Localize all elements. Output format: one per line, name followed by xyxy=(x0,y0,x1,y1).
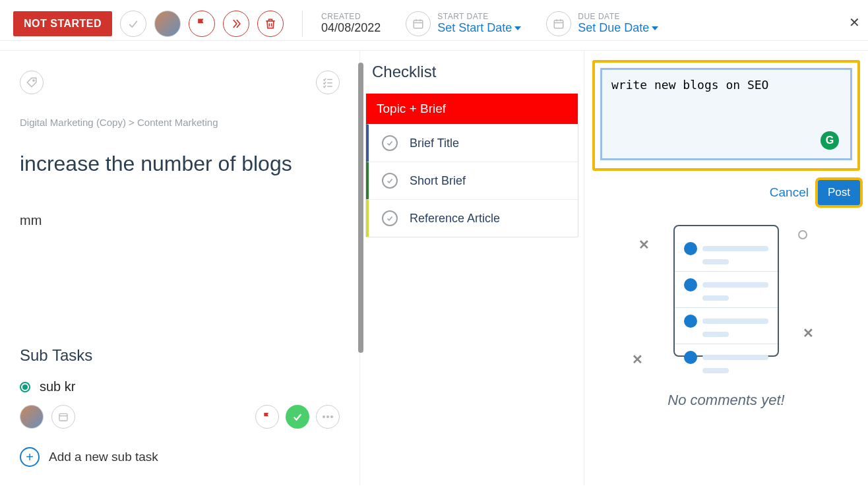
due-date-label: DUE DATE xyxy=(578,12,658,21)
set-due-date-link[interactable]: Set Due Date xyxy=(578,21,658,35)
comment-input[interactable]: write new blogs on SEO xyxy=(600,68,852,160)
status-badge[interactable]: NOT STARTED xyxy=(13,11,112,36)
forward-icon[interactable] xyxy=(223,11,249,37)
add-subtask-button[interactable]: + Add a new sub task xyxy=(20,447,340,467)
checklist-section-header[interactable]: Topic + Brief xyxy=(366,94,578,124)
checklist-toggle-icon[interactable] xyxy=(316,71,340,94)
checklist-pane: Checklist Topic + Brief Brief Title Shor… xyxy=(359,51,584,485)
grammarly-icon: G xyxy=(821,131,839,150)
decorative-circle-icon xyxy=(798,230,807,239)
calendar-icon xyxy=(406,11,431,36)
comments-pane: write new blogs on SEO G Cancel Post ✕ ✕… xyxy=(584,51,868,485)
cancel-button[interactable]: Cancel xyxy=(770,185,809,200)
top-toolbar: NOT STARTED CREATED 04/08/2022 START DAT… xyxy=(0,7,868,41)
start-date-label: START DATE xyxy=(437,12,521,21)
check-icon[interactable] xyxy=(382,135,398,151)
trash-icon[interactable] xyxy=(257,11,284,37)
task-title[interactable]: increase the number of blogs xyxy=(20,152,340,176)
subtasks-heading: Sub Tasks xyxy=(20,346,340,365)
checklist-heading: Checklist xyxy=(360,63,584,93)
check-icon[interactable] xyxy=(382,210,398,226)
check-icon[interactable] xyxy=(382,173,398,189)
radio-icon[interactable] xyxy=(20,382,30,392)
more-icon[interactable] xyxy=(316,405,340,429)
assignee-avatar[interactable] xyxy=(154,11,181,37)
close-icon[interactable]: ✕ xyxy=(849,15,860,30)
calendar-icon xyxy=(546,11,571,36)
svg-rect-12 xyxy=(59,413,67,421)
decorative-x-icon: ✕ xyxy=(803,325,814,341)
calendar-icon[interactable] xyxy=(51,405,75,429)
subtask-row[interactable]: sub kr xyxy=(20,379,340,394)
subtask-assignee-avatar[interactable] xyxy=(20,405,44,429)
svg-point-14 xyxy=(323,415,325,418)
set-start-date-link[interactable]: Set Start Date xyxy=(437,21,521,35)
svg-rect-0 xyxy=(414,20,423,28)
created-label: CREATED xyxy=(321,12,381,21)
svg-rect-4 xyxy=(555,20,564,28)
plus-icon: + xyxy=(20,447,40,467)
tag-icon[interactable] xyxy=(20,71,44,94)
task-details-pane: Digital Marketing (Copy) > Content Marke… xyxy=(0,51,359,485)
scrollbar[interactable] xyxy=(358,63,363,353)
complete-icon[interactable] xyxy=(120,11,146,37)
breadcrumb[interactable]: Digital Marketing (Copy) > Content Marke… xyxy=(20,117,340,128)
flag-icon[interactable] xyxy=(255,405,279,429)
subtask-name: sub kr xyxy=(40,379,75,394)
decorative-x-icon: ✕ xyxy=(638,237,650,253)
flag-icon[interactable] xyxy=(189,11,215,37)
complete-subtask-button[interactable] xyxy=(286,405,309,429)
svg-point-8 xyxy=(33,80,34,81)
empty-comments-illustration xyxy=(673,225,779,357)
checklist-item[interactable]: Brief Title xyxy=(366,124,578,162)
checklist-item[interactable]: Reference Article xyxy=(366,199,578,237)
created-date: 04/08/2022 xyxy=(321,21,381,35)
checklist-item[interactable]: Short Brief xyxy=(366,162,578,199)
decorative-x-icon: ✕ xyxy=(632,351,643,367)
svg-point-15 xyxy=(326,415,329,418)
post-button[interactable]: Post xyxy=(818,180,860,205)
task-description[interactable]: mm xyxy=(20,213,340,228)
no-comments-text: No comments yet! xyxy=(592,392,860,409)
svg-point-16 xyxy=(330,415,333,418)
